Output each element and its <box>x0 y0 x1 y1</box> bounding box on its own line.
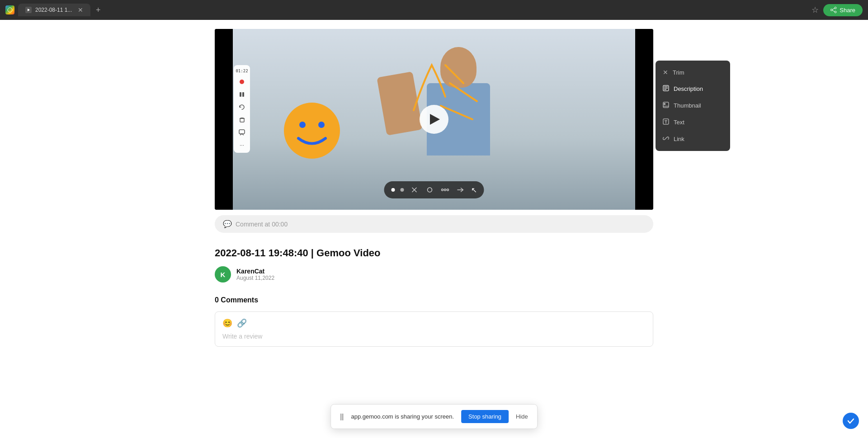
browser-favicon <box>5 5 14 14</box>
review-placeholder: Write a review <box>222 333 646 340</box>
video-wrapper: 01:22 <box>215 29 653 210</box>
svg-point-3 <box>835 7 836 9</box>
comment-input[interactable]: 💬 Comment at 00:00 <box>215 215 653 233</box>
tab-favicon <box>25 7 32 13</box>
screen-share-icon: || <box>340 413 344 421</box>
trim-icon: ✕ <box>663 69 668 76</box>
browser-actions: ☆ Share <box>811 4 863 16</box>
video-title: 2022-08-11 19:48:40 | Gemoo Video <box>215 247 653 259</box>
comment-video-button[interactable] <box>238 128 246 137</box>
tab-title: 2022-08-11 1... <box>35 7 72 13</box>
new-tab-button[interactable]: + <box>93 5 104 15</box>
browser-tab[interactable]: 2022-08-11 1... ✕ <box>18 4 90 16</box>
svg-point-0 <box>8 8 12 12</box>
svg-rect-12 <box>242 92 244 97</box>
author-row: K KarenCat August 11,2022 <box>215 266 653 283</box>
comment-bubble-icon: 💬 <box>223 220 232 228</box>
link-icon <box>663 135 669 143</box>
toolbar-dot-1[interactable] <box>392 188 395 192</box>
video-left-sidebar: 01:22 <box>234 65 250 153</box>
browser-chrome: 2022-08-11 1... ✕ + ☆ Share <box>0 0 868 20</box>
stop-sharing-button[interactable]: Stop sharing <box>461 410 509 423</box>
more-button[interactable]: ··· <box>238 141 246 149</box>
svg-rect-26 <box>663 102 669 108</box>
svg-point-19 <box>444 189 446 191</box>
svg-point-4 <box>835 11 836 13</box>
link-review-icon[interactable]: 🔗 <box>237 318 247 328</box>
video-bottom-toolbar: ↖ <box>384 181 484 198</box>
toolbar-circle-button[interactable] <box>425 185 435 195</box>
hide-banner-button[interactable]: Hide <box>516 413 528 420</box>
right-panel-trim[interactable]: ✕ Trim <box>656 64 730 80</box>
svg-point-9 <box>299 122 306 128</box>
right-panel-text[interactable]: Text <box>656 114 730 131</box>
comments-count: 0 Comments <box>215 296 653 304</box>
share-button[interactable]: Share <box>823 4 863 16</box>
right-panel-description[interactable]: Description <box>656 80 730 97</box>
play-icon <box>430 114 440 125</box>
video-container: 01:22 <box>215 20 653 356</box>
toolbar-cross-button[interactable] <box>410 185 420 195</box>
smiley-annotation <box>283 101 341 160</box>
page-content: 01:22 <box>0 20 868 438</box>
bookmark-icon[interactable]: ☆ <box>811 5 819 15</box>
toolbar-flow-button[interactable] <box>440 185 450 195</box>
browser-tab-bar: 2022-08-11 1... ✕ + <box>18 4 104 16</box>
delete-button[interactable] <box>238 116 246 124</box>
right-panel: ✕ Trim Description <box>656 61 730 151</box>
svg-rect-13 <box>240 118 244 122</box>
screen-sharing-banner: || app.gemoo.com is sharing your screen.… <box>330 404 538 429</box>
svg-point-28 <box>664 104 665 105</box>
person-head <box>440 47 476 88</box>
comments-section: 0 Comments 😊 🔗 Write a review <box>215 287 653 356</box>
checkmark-icon <box>847 417 855 425</box>
checkmark-circle <box>843 413 859 429</box>
svg-line-7 <box>832 10 835 12</box>
video-black-bar-left <box>215 29 233 210</box>
thumbnail-icon <box>663 102 669 109</box>
author-name: KarenCat <box>236 268 274 275</box>
svg-rect-11 <box>240 92 241 97</box>
emoji-icon[interactable]: 😊 <box>222 318 232 328</box>
pause-button[interactable] <box>238 90 246 99</box>
play-button[interactable] <box>420 105 448 134</box>
description-icon <box>663 85 669 93</box>
svg-rect-14 <box>239 130 245 134</box>
record-dot <box>240 80 244 84</box>
right-panel-thumbnail[interactable]: Thumbnail <box>656 97 730 114</box>
svg-line-6 <box>832 8 835 9</box>
video-info: 2022-08-11 19:48:40 | Gemoo Video K Kare… <box>215 238 653 287</box>
comment-bar: 💬 Comment at 00:00 <box>215 210 653 238</box>
record-button[interactable] <box>238 78 246 86</box>
refresh-button[interactable] <box>238 103 246 111</box>
sharing-message: app.gemoo.com is sharing your screen. <box>351 413 454 420</box>
cursor-icon: ↖ <box>471 186 477 194</box>
tab-close-button[interactable]: ✕ <box>78 6 83 14</box>
text-panel-icon <box>663 118 669 126</box>
toolbar-arrow-button[interactable] <box>456 185 466 195</box>
author-details: KarenCat August 11,2022 <box>236 268 274 281</box>
video-black-bar-right <box>635 29 653 210</box>
share-icon <box>830 7 837 13</box>
time-display: 01:22 <box>236 69 248 73</box>
svg-point-20 <box>447 189 449 191</box>
author-avatar: K <box>215 266 231 283</box>
svg-point-10 <box>318 122 325 128</box>
right-panel-link[interactable]: Link <box>656 131 730 147</box>
author-date: August 11,2022 <box>236 275 274 281</box>
toolbar-dot-2[interactable] <box>401 188 404 192</box>
review-toolbar: 😊 🔗 <box>222 318 646 328</box>
write-review-area[interactable]: 😊 🔗 Write a review <box>215 311 653 347</box>
svg-point-18 <box>442 189 443 191</box>
svg-point-5 <box>830 9 832 11</box>
svg-point-17 <box>428 188 432 192</box>
svg-point-8 <box>284 103 340 159</box>
